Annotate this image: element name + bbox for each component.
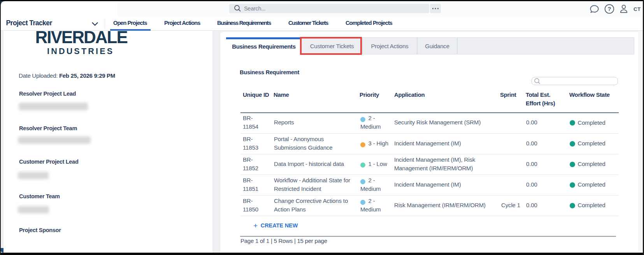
svg-text:?: ?	[607, 5, 611, 12]
